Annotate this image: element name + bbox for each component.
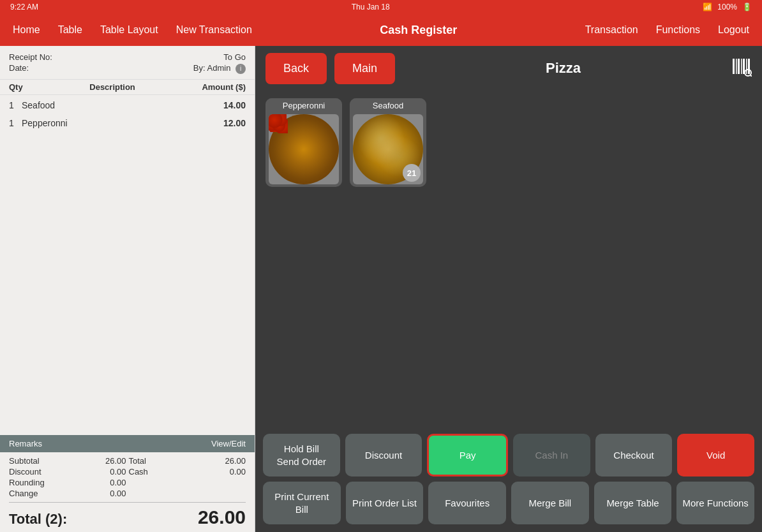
merge-table-button[interactable]: Merge Table (594, 482, 672, 524)
product-image-pepperoni (269, 114, 339, 184)
product-card-pepperoni[interactable]: Pepperonni (265, 98, 342, 187)
cash-value: 0.00 (188, 467, 246, 477)
seafood-badge: 21 (403, 164, 421, 182)
change-value: 0.00 (69, 489, 126, 498)
col-qty: Qty (9, 82, 23, 92)
subtotal-value: 26.00 (69, 456, 126, 466)
void-button[interactable]: Void (677, 434, 754, 477)
col-amount: Amount ($) (202, 82, 246, 92)
item-amount-1: 12.00 (223, 118, 246, 128)
status-time: 9:22 AM (10, 3, 38, 11)
remarks-label: Remarks (9, 439, 42, 448)
hold-bill-button[interactable]: Hold Bill Send Order (263, 434, 340, 477)
nav-functions[interactable]: Functions (656, 24, 700, 36)
svg-rect-0 (733, 59, 735, 74)
product-label-pepperoni: Pepperonni (265, 98, 342, 112)
merge-bill-button[interactable]: Merge Bill (511, 482, 589, 524)
discount-button[interactable]: Discount (345, 434, 422, 477)
button-row-2: Print Current Bill Print Order List Favo… (263, 482, 754, 524)
receipt-items-list: 1 Seafood 14.00 1 Pepperonni 12.00 (0, 95, 255, 436)
cash-label: Cash (129, 467, 186, 477)
product-label-seafood: Seafood (350, 98, 426, 112)
table-row[interactable]: 1 Pepperonni 12.00 (9, 118, 246, 128)
rounding-value: 0.00 (69, 478, 126, 487)
receipt-no-label: Receipt No: (9, 52, 52, 62)
col-description: Description (89, 82, 135, 92)
cash-in-button[interactable]: Cash In (513, 434, 590, 477)
discount-label: Discount (9, 467, 66, 477)
receipt-panel: Receipt No: To Go Date: By: Admin i Qty … (0, 46, 255, 532)
nav-title: Cash Register (380, 24, 457, 36)
button-row-1: Hold Bill Send Order Discount Pay Cash I… (263, 434, 754, 477)
nav-new-transaction[interactable]: New Transaction (176, 24, 252, 36)
print-current-bill-button[interactable]: Print Current Bill (263, 482, 341, 524)
svg-rect-1 (736, 59, 737, 74)
svg-line-8 (751, 75, 752, 77)
bottom-buttons: Hold Bill Send Order Discount Pay Cash I… (255, 429, 762, 532)
receipt-no-value: To Go (223, 52, 246, 62)
product-card-seafood[interactable]: Seafood 21 (350, 98, 426, 187)
product-grid: Pepperonni Seafood 21 (255, 91, 762, 429)
checkout-button[interactable]: Checkout (595, 434, 673, 477)
item-amount-0: 14.00 (223, 100, 246, 110)
product-image-seafood: 21 (353, 114, 423, 184)
total-label: Total (129, 456, 186, 466)
item-qty-0: 1 (9, 100, 22, 110)
rounding-label: Rounding (9, 478, 66, 487)
more-functions-button[interactable]: More Functions (676, 482, 754, 524)
nav-table[interactable]: Table (58, 24, 82, 36)
discount-value: 0.00 (69, 467, 126, 477)
date-label: Date: (9, 63, 29, 74)
pay-button[interactable]: Pay (427, 434, 508, 477)
svg-rect-6 (748, 59, 750, 74)
category-title: Pizza (546, 60, 581, 76)
nav-logout[interactable]: Logout (718, 24, 749, 36)
change-label: Change (9, 489, 66, 498)
favourites-button[interactable]: Favourites (428, 482, 506, 524)
back-button[interactable]: Back (265, 53, 327, 84)
total-value: 26.00 (188, 456, 246, 466)
barcode-icon[interactable] (731, 56, 752, 81)
right-panel: Back Main Pizza (255, 46, 762, 532)
battery-icon: 🔋 (742, 3, 752, 11)
nav-table-layout[interactable]: Table Layout (100, 24, 158, 36)
print-order-list-button[interactable]: Print Order List (346, 482, 424, 524)
table-row[interactable]: 1 Seafood 14.00 (9, 100, 246, 110)
nav-home[interactable]: Home (13, 24, 40, 36)
subtotal-label: Subtotal (9, 456, 66, 466)
view-edit-label[interactable]: View/Edit (211, 439, 246, 448)
main-button[interactable]: Main (334, 53, 395, 84)
battery-level: 100% (717, 3, 737, 11)
item-desc-1: Pepperonni (22, 118, 223, 128)
grand-total-value: 26.00 (198, 506, 246, 528)
wifi-icon: 📶 (703, 3, 712, 11)
svg-rect-2 (738, 59, 740, 74)
by-label: By: Admin i (193, 63, 246, 74)
svg-rect-5 (746, 59, 747, 74)
info-icon[interactable]: i (235, 64, 246, 74)
status-date: Thu Jan 18 (352, 3, 390, 11)
item-qty-1: 1 (9, 118, 22, 128)
grand-total-label: Total (2): (9, 511, 67, 528)
item-desc-0: Seafood (22, 100, 223, 110)
nav-transaction[interactable]: Transaction (585, 24, 638, 36)
svg-rect-3 (741, 59, 742, 74)
